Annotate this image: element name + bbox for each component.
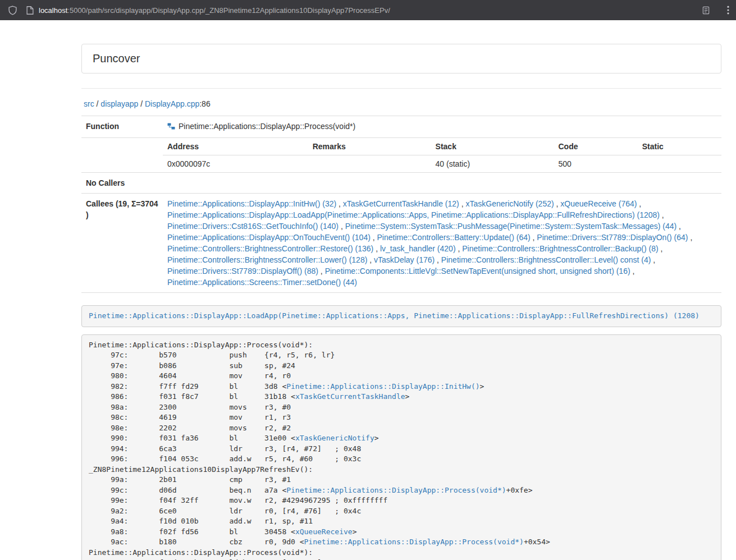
highlighted-symbol-box: Pinetime::Applications::DisplayApp::Load… <box>81 305 721 327</box>
no-callers-cell <box>163 173 721 194</box>
function-name: Pinetime::Applications::DisplayApp::Proc… <box>179 122 355 131</box>
column-header-address: Address <box>163 138 308 155</box>
breadcrumb-file[interactable]: DisplayApp.cpp <box>145 99 199 108</box>
code-symbol-link[interactable]: xQueueReceive <box>295 527 353 536</box>
callee-link[interactable]: Pinetime::Drivers::St7789::DisplayOn() (… <box>537 233 688 242</box>
column-header-code: Code <box>554 138 637 155</box>
callee-link[interactable]: Pinetime::Components::LittleVgl::SetNewT… <box>325 267 630 276</box>
callee-link[interactable]: vTaskDelay (176) <box>374 255 435 264</box>
disassembly-code: Pinetime::Applications::DisplayApp::Proc… <box>81 334 721 560</box>
function-table: Function Pinetime::Applications::Display… <box>81 116 721 293</box>
column-header-stack: Stack <box>431 138 554 155</box>
callee-link[interactable]: Pinetime::Controllers::BrightnessControl… <box>167 255 367 264</box>
callee-link[interactable]: Pinetime::Controllers::Battery::Update()… <box>377 233 531 242</box>
code-symbol-link[interactable]: Pinetime::Applications::DisplayApp::Proc… <box>286 486 506 494</box>
breadcrumb-displayapp[interactable]: displayapp <box>100 99 138 108</box>
callee-link[interactable]: Pinetime::Applications::DisplayApp::OnTo… <box>167 233 371 242</box>
divider <box>81 88 721 89</box>
no-callers-row: No Callers <box>81 173 721 194</box>
callees-cell: Pinetime::Applications::DisplayApp::Init… <box>163 194 721 293</box>
function-info-cell: Address Remarks Stack Code Static 0x0000… <box>163 138 721 173</box>
callees-label: Callees (19, Σ=3704 ) <box>81 194 163 293</box>
callee-link[interactable]: Pinetime::Drivers::St7789::DisplayOff() … <box>167 267 318 276</box>
callee-link[interactable]: Pinetime::Controllers::BrightnessControl… <box>462 244 658 253</box>
column-header-static: Static <box>638 138 721 155</box>
breadcrumb: src / displayapp / DisplayApp.cpp:86 <box>84 99 721 108</box>
function-name-cell: Pinetime::Applications::DisplayApp::Proc… <box>163 116 721 138</box>
info-header-row: Address Remarks Stack Code Static <box>163 138 721 155</box>
address-value: 0x0000097c <box>163 155 308 173</box>
highlighted-symbol-link[interactable]: Pinetime::Applications::DisplayApp::Load… <box>89 311 700 320</box>
url-host: localhost <box>39 6 67 15</box>
callee-link[interactable]: Pinetime::Controllers::BrightnessControl… <box>441 255 651 264</box>
breadcrumb-separator: / <box>94 99 101 108</box>
page-content: Puncover src / displayapp / DisplayApp.c… <box>81 20 721 560</box>
menu-kebab-icon[interactable] <box>727 6 729 15</box>
browser-toolbar: localhost:5000/path/src/displayapp/Displ… <box>0 0 736 20</box>
page-title: Puncover <box>93 52 710 65</box>
function-icon <box>167 122 175 133</box>
callee-link[interactable]: Pinetime::Drivers::Cst816S::GetTouchInfo… <box>167 222 339 231</box>
column-header-remarks: Remarks <box>308 138 431 155</box>
callee-link[interactable]: xTaskGenericNotify (252) <box>465 199 554 208</box>
callee-link[interactable]: Pinetime::System::SystemTask::PushMessag… <box>345 222 677 231</box>
code-symbol-link[interactable]: xTaskGetCurrentTaskHandle <box>295 392 405 401</box>
breadcrumb-line-number: :86 <box>199 99 210 108</box>
function-info-row: Address Remarks Stack Code Static 0x0000… <box>81 138 721 173</box>
no-callers-label: No Callers <box>81 173 163 194</box>
function-label: Function <box>81 116 163 138</box>
url-bar[interactable]: localhost:5000/path/src/displayapp/Displ… <box>26 6 721 15</box>
callee-link[interactable]: xQueueReceive (764) <box>560 199 637 208</box>
callee-link[interactable]: Pinetime::Controllers::BrightnessControl… <box>167 244 373 253</box>
code-size-value: 500 <box>554 155 637 173</box>
function-info-table: Address Remarks Stack Code Static 0x0000… <box>163 138 721 172</box>
info-value-row: 0x0000097c 40 (static) 500 <box>163 155 721 173</box>
breadcrumb-separator: / <box>138 99 145 108</box>
callee-link[interactable]: Pinetime::Applications::Screens::Timer::… <box>167 278 357 287</box>
callees-row: Callees (19, Σ=3704 ) Pinetime::Applicat… <box>81 194 721 293</box>
shield-icon[interactable] <box>8 6 17 15</box>
function-info-label-spacer <box>81 138 163 173</box>
app-header-panel: Puncover <box>81 44 721 74</box>
stack-value: 40 (static) <box>431 155 554 173</box>
callee-link[interactable]: Pinetime::Applications::DisplayApp::Init… <box>167 199 336 208</box>
callee-link[interactable]: lv_task_handler (420) <box>380 244 456 253</box>
static-value <box>638 155 721 173</box>
code-symbol-link[interactable]: xTaskGenericNotify <box>295 434 374 442</box>
reader-view-icon[interactable] <box>702 6 710 15</box>
url-path: :5000/path/src/displayapp/DisplayApp.cpp… <box>67 6 390 15</box>
code-symbol-link[interactable]: Pinetime::Applications::DisplayApp::Proc… <box>304 538 524 546</box>
callee-link[interactable]: xTaskGetCurrentTaskHandle (12) <box>343 199 459 208</box>
breadcrumb-src[interactable]: src <box>84 99 94 108</box>
code-symbol-link[interactable]: Pinetime::Applications::DisplayApp::Init… <box>286 382 479 391</box>
url-text: localhost:5000/path/src/displayapp/Displ… <box>39 6 702 15</box>
page-info-icon[interactable] <box>26 6 34 15</box>
callee-link[interactable]: Pinetime::Applications::DisplayApp::Load… <box>167 210 660 219</box>
function-row: Function Pinetime::Applications::Display… <box>81 116 721 138</box>
remarks-value <box>308 155 431 173</box>
